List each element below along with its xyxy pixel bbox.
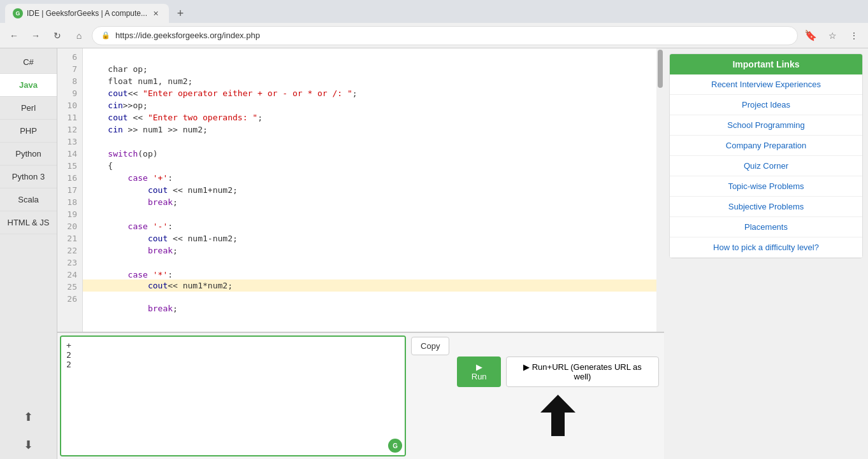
sidebar-item-php[interactable]: PHP xyxy=(0,120,57,143)
link-placements[interactable]: Placements xyxy=(670,217,862,237)
tab-favicon: G xyxy=(13,8,23,18)
action-buttons: Copy xyxy=(409,333,452,459)
url-text: https://ide.geeksforgeeks.org/index.php xyxy=(115,31,788,40)
sidebar-item-htmljs[interactable]: HTML & JS xyxy=(0,211,57,234)
run-area: ▶ Run ▶ Run+URL (Generates URL as well) xyxy=(452,333,664,459)
code-editor[interactable]: char op; float num1, num2; cout<< "Enter… xyxy=(83,48,656,332)
sidebar-item-scala[interactable]: Scala xyxy=(0,188,57,211)
forward-button[interactable]: → xyxy=(27,27,45,45)
important-links-panel: Important Links Recent Interview Experie… xyxy=(669,53,863,258)
run-button[interactable]: ▶ Run xyxy=(457,357,500,387)
input-textarea[interactable]: + 2 2 xyxy=(61,337,405,455)
menu-icon[interactable]: ⋮ xyxy=(845,27,863,45)
right-sidebar: Important Links Recent Interview Experie… xyxy=(664,48,868,459)
home-button[interactable]: ⌂ xyxy=(70,27,88,45)
line-numbers: 6 7 8 9 10 11 12 13 14 15 16 17 18 19 20… xyxy=(57,48,83,332)
grammarly-icon: G xyxy=(388,439,402,453)
nav-icons: 🔖 ☆ ⋮ xyxy=(802,27,863,45)
address-bar[interactable]: 🔒 https://ide.geeksforgeeks.org/index.ph… xyxy=(92,26,798,45)
active-tab[interactable]: G IDE | GeeksforGeeks | A compute... ✕ xyxy=(5,4,169,23)
arrow-up-icon xyxy=(540,395,575,436)
sidebar-item-python3[interactable]: Python 3 xyxy=(0,166,57,188)
content-area: 6 7 8 9 10 11 12 13 14 15 16 17 18 19 20… xyxy=(57,48,664,459)
bottom-panel: + 2 2 G Copy ▶ Run ▶ Run+URL (Generates … xyxy=(57,332,664,459)
link-recent-interview[interactable]: Recent Interview Experiences xyxy=(670,74,862,95)
sidebar-item-perl[interactable]: Perl xyxy=(0,97,57,120)
link-topic-wise[interactable]: Topic-wise Problems xyxy=(670,176,862,197)
copy-button[interactable]: Copy xyxy=(411,337,449,355)
links-header: Important Links xyxy=(670,54,862,74)
tab-bar: G IDE | GeeksforGeeks | A compute... ✕ + xyxy=(0,0,868,23)
scroll-thumb[interactable] xyxy=(658,50,663,88)
upload-button[interactable]: ⬆ xyxy=(13,406,45,428)
sidebar: C# Java Perl PHP Python Python 3 Scala H… xyxy=(0,48,57,459)
link-company-preparation[interactable]: Company Preparation xyxy=(670,136,862,156)
sidebar-item-csharp[interactable]: C# xyxy=(0,51,57,74)
run-url-button[interactable]: ▶ Run+URL (Generates URL as well) xyxy=(506,357,659,387)
link-school-programming[interactable]: School Programming xyxy=(670,115,862,136)
reload-button[interactable]: ↻ xyxy=(48,27,66,45)
tab-close-button[interactable]: ✕ xyxy=(151,8,161,18)
tab-title: IDE | GeeksforGeeks | A compute... xyxy=(27,9,147,18)
main-layout: C# Java Perl PHP Python Python 3 Scala H… xyxy=(0,48,868,459)
browser-chrome: G IDE | GeeksforGeeks | A compute... ✕ +… xyxy=(0,0,868,48)
sidebar-item-java[interactable]: Java xyxy=(0,74,57,97)
input-area: + 2 2 G xyxy=(60,335,406,456)
link-project-ideas[interactable]: Project Ideas xyxy=(670,95,862,115)
link-difficulty[interactable]: How to pick a difficulty level? xyxy=(670,237,862,258)
back-button[interactable]: ← xyxy=(5,27,23,45)
extension-icon[interactable]: 🔖 xyxy=(802,27,820,45)
nav-bar: ← → ↻ ⌂ 🔒 https://ide.geeksforgeeks.org/… xyxy=(0,23,868,48)
sidebar-item-python[interactable]: Python xyxy=(0,143,57,166)
editor-scrollbar[interactable] xyxy=(656,48,664,332)
lock-icon: 🔒 xyxy=(101,31,110,39)
new-tab-button[interactable]: + xyxy=(171,4,189,22)
link-subjective[interactable]: Subjective Problems xyxy=(670,197,862,217)
editor-container: 6 7 8 9 10 11 12 13 14 15 16 17 18 19 20… xyxy=(57,48,664,332)
bookmark-icon[interactable]: ☆ xyxy=(823,27,841,45)
link-quiz-corner[interactable]: Quiz Corner xyxy=(670,156,862,176)
download-button[interactable]: ⬇ xyxy=(13,434,45,456)
svg-marker-0 xyxy=(540,395,575,436)
